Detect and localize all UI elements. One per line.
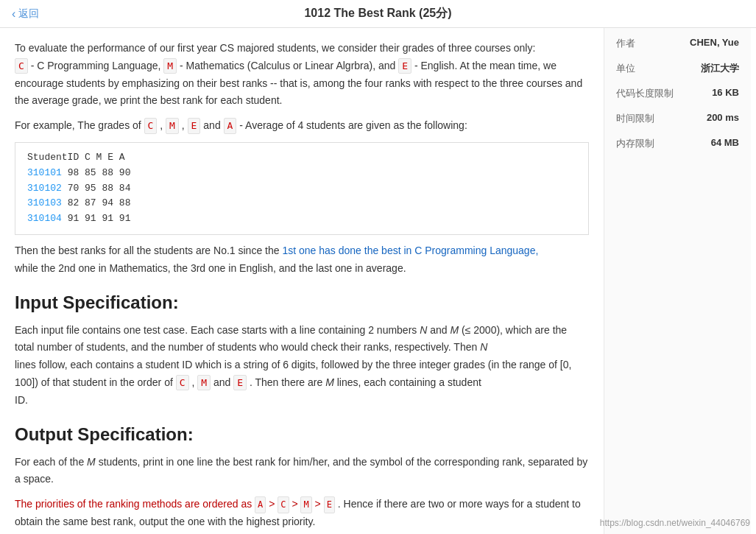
input-student-in-order: student in the order of [73,376,176,388]
sidebar-code-limit-value: 16 KB [712,87,739,98]
input-comma1: , [191,376,197,388]
grades-2: 70 95 88 84 [68,183,131,194]
sidebar-time-limit-value: 200 ms [707,112,739,123]
input-N: N [420,324,427,336]
sidebar-time-limit-label: 时间限制 [616,112,654,125]
header: ‹ 返回 1012 The Best Rank (25分) [0,0,756,28]
sidebar-unit-value: 浙江大学 [701,62,739,75]
page-title: 1012 The Best Rank (25分) [304,6,451,21]
example-intro: For example, The grades of [15,119,141,131]
url-hint: https://blog.csdn.net/weixin_44046769 [600,518,750,528]
priority-E: E [324,496,335,513]
input-then: . Then there are [250,376,325,388]
content-area: To evaluate the performance of our first… [0,28,756,534]
result-text1: Then the best ranks for all the students… [15,245,282,256]
sidebar-code-limit-label: 代码长度限制 [616,87,674,100]
output-spec-title: Output Specification: [15,424,589,445]
table-header-row: StudentID C M E A [27,150,576,166]
output-text1: For each of the [15,456,87,468]
c-tag2: C [144,118,158,134]
student-id-1: 310101 [27,167,62,178]
output-M: M [87,456,96,468]
priority-M: M [300,496,311,513]
example-and: and [203,119,223,131]
priority-A: A [255,496,266,513]
sidebar-unit-row: 单位 浙江大学 [616,62,739,75]
c-desc: - C Programming Language, [31,60,164,71]
table-row: 310101 98 85 88 90 [27,166,576,181]
priority-gt1: > [269,498,278,510]
input-M2: M [325,376,334,388]
table-row: 310102 70 95 88 84 [27,181,576,197]
m-tag2: M [166,118,179,134]
sidebar-author-row: 作者 CHEN, Yue [616,37,739,50]
grades-4: 91 91 91 91 [68,213,131,224]
sidebar-unit-label: 单位 [616,62,635,75]
output-text2: The priorities of the ranking methods ar… [15,498,255,510]
sidebar: 作者 CHEN, Yue 单位 浙江大学 代码长度限制 16 KB 时间限制 2… [604,28,751,534]
input-and: and [430,324,450,336]
output-paragraph1: For each of the M students, print in one… [15,454,589,489]
input-text1: Each input file contains one test case. … [15,324,420,336]
intro-paragraph: To evaluate the performance of our first… [15,40,589,110]
grades-table: StudentID C M E A 310101 98 85 88 90 310… [15,142,589,235]
main-content: To evaluate the performance of our first… [0,28,604,534]
e-tag: E [398,58,411,74]
sidebar-memory-limit-label: 内存限制 [616,137,654,150]
input-M: M [450,324,459,336]
m-desc: - Mathematics (Calculus or Linear Algrbr… [180,60,398,71]
example-paragraph: For example, The grades of C , M , E and… [15,117,589,135]
student-id-2: 310102 [27,183,62,194]
result-paragraph: Then the best ranks for all the students… [15,242,589,278]
sidebar-memory-limit-row: 内存限制 64 MB [616,137,739,150]
m-tag3: M [197,375,211,391]
sidebar-author-label: 作者 [616,37,635,50]
a-tag: A [224,118,237,134]
intro-text: To evaluate the performance of our first… [15,42,535,54]
grades-1: 98 85 88 90 [68,167,131,178]
input-N2: N [480,341,487,353]
example-comma1: , [160,119,166,131]
grades-3: 82 87 94 88 [68,197,131,208]
result-text3: while the 2nd one in Mathematics, the 3r… [15,262,406,274]
output-paragraph2: The priorities of the ranking methods ar… [15,496,589,531]
table-row: 310103 82 87 94 88 [27,196,576,211]
table-row: 310104 91 91 91 91 [27,211,576,227]
example-comma2: , [182,119,188,131]
student-id-4: 310104 [27,213,62,224]
priority-gt2: > [292,498,300,510]
input-spec-paragraph: Each input file contains one test case. … [15,322,589,410]
input-lines-each: lines, each containing a student [337,376,481,388]
that-word: that [52,376,69,388]
c-tag: C [15,58,28,74]
sidebar-code-limit-row: 代码长度限制 16 KB [616,87,739,100]
example-end: - Average of 4 students are given as the… [239,119,467,131]
back-label: 返回 [18,7,39,21]
input-spec-title: Input Specification: [15,292,589,313]
priority-C: C [278,496,289,513]
student-id-3: 310103 [27,197,62,208]
c-tag3: C [176,375,189,391]
m-tag: M [163,58,177,74]
input-id: ID. [15,394,28,406]
chevron-left-icon: ‹ [12,7,15,21]
priority-gt3: > [315,498,324,510]
back-link[interactable]: ‹ 返回 [12,7,39,21]
e-tag3: E [233,375,247,391]
sidebar-author-value: CHEN, Yue [690,37,739,48]
e-tag2: E [188,118,201,134]
result-highlight: 1st one has done the best in C Programmi… [282,245,538,256]
output-text1-rest: students, print in one line the best ran… [15,456,587,485]
sidebar-time-limit-row: 时间限制 200 ms [616,112,739,125]
sidebar-memory-limit-value: 64 MB [711,137,739,148]
page-wrapper: ‹ 返回 1012 The Best Rank (25分) To evaluat… [0,0,756,534]
input-and2: and [213,376,233,388]
